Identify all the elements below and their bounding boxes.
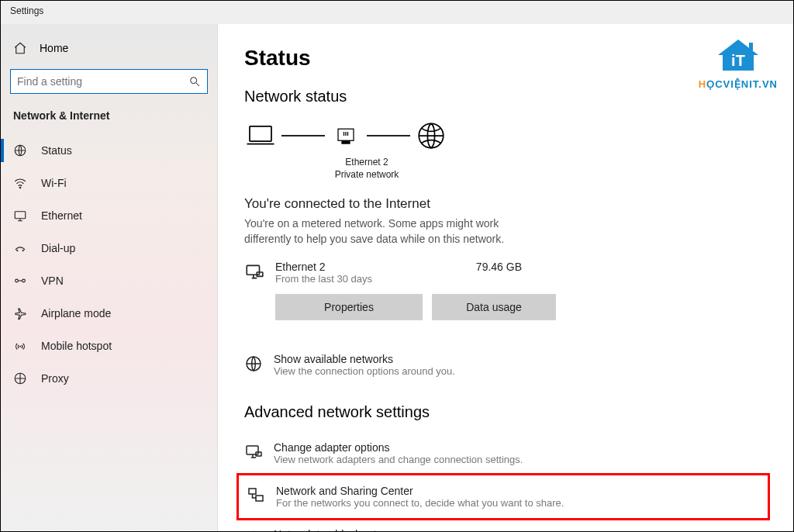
svg-point-6 [16,279,19,282]
section-network-status: Network status [244,88,762,105]
dialup-icon [13,241,27,255]
properties-button[interactable]: Properties [275,294,423,320]
proxy-icon [13,371,27,385]
svg-point-0 [191,78,197,84]
advanced-heading: Advanced network settings [244,403,762,421]
hotspot-icon [13,339,27,353]
vpn-icon [13,274,27,288]
sidebar: Home Network & Internet Status [1,24,218,531]
settings-window: Settings Home Network & Internet [0,0,794,532]
svg-point-5 [22,250,24,251]
airplane-icon [13,306,27,320]
sidebar-item-hotspot[interactable]: Mobile hotspot [1,330,217,362]
logo-text: HỌCVIỆNIT.VN [699,78,778,90]
section-title: Network & Internet [1,109,217,134]
show-networks-link[interactable]: Show available networks View the connect… [244,345,762,385]
warning-icon [244,530,263,531]
monitor-icon [244,262,264,282]
connection-period: From the last 30 days [275,273,465,285]
connection-usage: 79.46 GB [476,261,523,273]
house-it-icon: iT [715,38,761,74]
search-input[interactable] [17,75,188,88]
adapter-icon [244,443,263,461]
sidebar-item-proxy[interactable]: Proxy [1,362,217,395]
main-content: iT HỌCVIỆNIT.VN Status Network status [218,24,793,531]
link-sub: View network adapters and change connect… [274,454,523,465]
connection-status-title: You're connected to the Internet [244,196,762,212]
nav-label: Wi-Fi [41,177,67,189]
nav-label: Ethernet [41,209,82,222]
home-nav[interactable]: Home [1,35,217,69]
sharing-icon [247,486,265,505]
window-body: Home Network & Internet Status [1,24,793,531]
status-icon [13,143,27,157]
network-sharing-center-link[interactable]: Network and Sharing Center For the netwo… [247,482,760,512]
nav-label: Mobile hotspot [41,340,112,352]
nav-label: Dial-up [41,242,75,254]
globe-icon [415,119,447,152]
connection-row: Ethernet 2 From the last 30 days 79.46 G… [244,261,523,285]
svg-rect-3 [15,212,26,219]
link-title: Network troubleshooter [274,528,434,531]
highlighted-item: Network and Sharing Center For the netwo… [236,473,770,520]
ethernet-icon [13,209,27,223]
laptop-icon [244,119,277,152]
svg-point-7 [22,279,26,282]
svg-point-4 [16,250,18,251]
search-wrap [1,69,217,109]
connection-status-desc: You're on a metered network. Some apps m… [244,216,531,247]
search-box[interactable] [10,69,208,94]
app-title: Settings [10,5,43,16]
diagram-caption: Ethernet 2 Private network [322,157,412,181]
sidebar-item-status[interactable]: Status [1,134,217,167]
svg-rect-12 [250,126,271,141]
svg-rect-20 [249,489,256,494]
nav-label: Proxy [41,372,69,385]
svg-rect-10 [749,43,753,50]
svg-text:iT: iT [731,52,745,69]
globe-small-icon [244,354,263,373]
change-adapter-link[interactable]: Change adapter options View network adap… [244,434,762,473]
wifi-icon [13,176,27,190]
link-sub: View the connection options around you. [274,365,455,377]
sidebar-item-vpn[interactable]: VPN [1,264,217,297]
data-usage-button[interactable]: Data usage [432,294,556,320]
page-title: Status [244,46,762,71]
link-title: Change adapter options [274,441,523,454]
svg-rect-21 [256,496,263,501]
sidebar-item-dialup[interactable]: Dial-up [1,232,217,264]
sidebar-item-wifi[interactable]: Wi-Fi [1,167,217,199]
nav-label: Airplane mode [41,307,111,320]
link-title: Show available networks [274,353,455,365]
nav-label: Status [41,144,72,157]
ethernet-port-icon [330,119,362,152]
title-bar: Settings [1,1,793,24]
link-title: Network and Sharing Center [276,485,564,497]
home-icon [13,41,27,55]
sidebar-item-ethernet[interactable]: Ethernet [1,199,217,232]
svg-point-2 [19,187,21,188]
svg-point-8 [19,346,21,347]
button-row: Properties Data usage [275,294,762,320]
home-label: Home [40,42,68,54]
nav-label: VPN [41,275,64,287]
link-sub: For the networks you connect to, decide … [276,497,564,509]
troubleshooter-link[interactable]: Network troubleshooter Diagnose and fix … [244,520,762,531]
search-icon [188,75,201,88]
watermark-logo: iT HỌCVIỆNIT.VN [699,38,778,90]
connection-name: Ethernet 2 [275,261,465,273]
network-diagram [244,119,762,152]
sidebar-item-airplane[interactable]: Airplane mode [1,297,217,330]
